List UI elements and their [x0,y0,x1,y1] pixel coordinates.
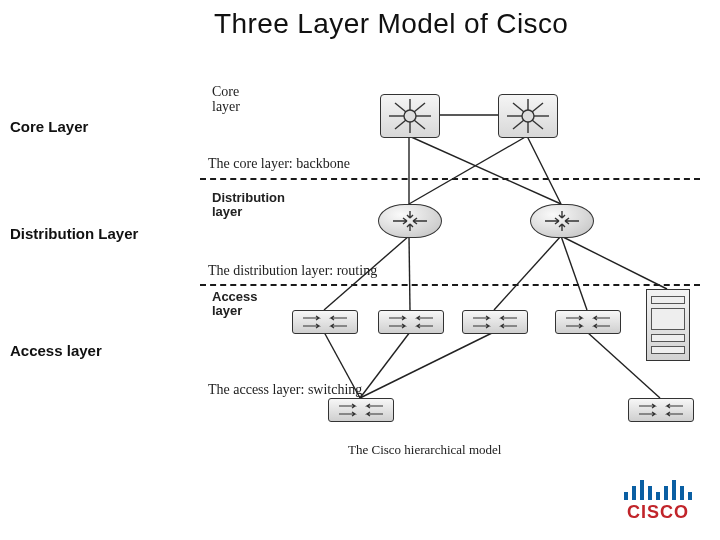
switch-icon [292,310,358,334]
svg-line-6 [409,236,410,310]
svg-line-28 [513,103,524,112]
switch-icon [328,398,394,422]
svg-line-5 [324,236,409,310]
sidebar-label-core: Core Layer [10,118,88,135]
sidebar: Core Layer Distribution Layer Access lay… [0,0,190,540]
switch-icon [462,310,528,334]
server-icon [646,289,690,361]
sidebar-label-distribution: Distribution Layer [10,225,138,242]
cisco-bridge-icon [612,476,704,500]
svg-line-3 [409,136,561,204]
svg-line-10 [324,332,360,398]
diagram: Core layer Distribution layer Access lay… [200,84,700,464]
switch-icon [628,398,694,422]
svg-line-12 [360,332,494,398]
svg-line-4 [409,136,527,204]
svg-line-2 [527,136,561,204]
svg-line-30 [513,120,524,129]
router-icon [378,204,442,238]
svg-line-11 [360,332,410,398]
svg-line-21 [395,120,406,129]
svg-line-31 [532,120,543,129]
svg-line-29 [532,103,543,112]
router-icon [530,204,594,238]
core-switch-icon [498,94,558,138]
sidebar-label-access: Access layer [10,342,102,359]
wires [200,84,700,464]
slide: Core Layer Distribution Layer Access lay… [0,0,720,540]
svg-line-7 [494,236,561,310]
page-title: Three Layer Model of Cisco [214,8,568,40]
svg-line-19 [395,103,406,112]
cisco-logo: CISCO [612,476,704,524]
figure-caption: The Cisco hierarchical model [348,442,501,458]
switch-icon [555,310,621,334]
svg-line-22 [414,120,425,129]
switch-icon [378,310,444,334]
core-switch-icon [380,94,440,138]
svg-line-20 [414,103,425,112]
cisco-logo-text: CISCO [612,502,704,523]
